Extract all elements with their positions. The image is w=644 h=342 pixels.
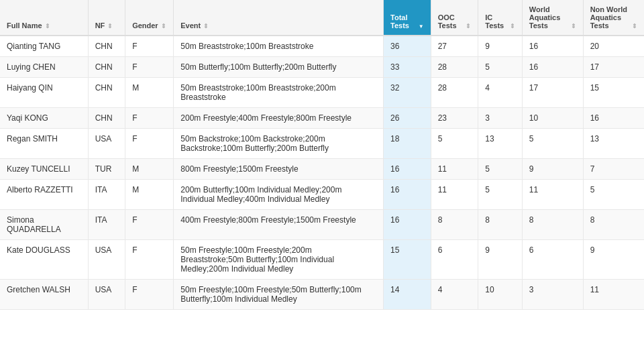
cell-gender: F <box>125 129 174 159</box>
cell-fullname: Alberto RAZZETTI <box>0 180 88 210</box>
cell-wa: 17 <box>522 78 583 108</box>
cell-wa: 11 <box>522 180 583 210</box>
sort-icon-ic <box>510 23 515 30</box>
cell-total: 16 <box>384 159 431 180</box>
col-header-wa[interactable]: World Aquatics Tests <box>522 0 583 36</box>
cell-fullname: Gretchen WALSH <box>0 280 88 310</box>
sort-icon-total <box>419 24 424 30</box>
cell-wa: 16 <box>522 36 583 57</box>
cell-event: 50m Freestyle;100m Freestyle;200m Breast… <box>174 240 384 280</box>
col-header-nonwa[interactable]: Non World Aquatics Tests <box>583 0 644 36</box>
table-row: Kate DOUGLASSUSAF50m Freestyle;100m Free… <box>0 240 644 280</box>
col-header-ic[interactable]: IC Tests <box>478 0 523 36</box>
col-label-total: Total Tests <box>390 13 416 30</box>
cell-ooc: 23 <box>431 108 478 129</box>
cell-wa: 8 <box>522 210 583 240</box>
cell-event: 50m Freestyle;100m Freestyle;50m Butterf… <box>174 280 384 310</box>
table-row: Alberto RAZZETTIITAM200m Butterfly;100m … <box>0 180 644 210</box>
col-header-nf[interactable]: NF <box>88 0 125 36</box>
table-header-row: Full Name NF Gender <box>0 0 644 36</box>
col-label-wa: World Aquatics Tests <box>529 5 568 30</box>
cell-nonwa: 8 <box>583 210 644 240</box>
table-row: Kuzey TUNCELLITURM800m Freestyle;1500m F… <box>0 159 644 180</box>
col-header-total[interactable]: Total Tests <box>384 0 431 36</box>
table-row: Regan SMITHUSAF50m Backstroke;100m Backs… <box>0 129 644 159</box>
cell-fullname: Simona QUADARELLA <box>0 210 88 240</box>
table-row: Simona QUADARELLAITAF400m Freestyle;800m… <box>0 210 644 240</box>
cell-fullname: Regan SMITH <box>0 129 88 159</box>
cell-gender: F <box>125 210 174 240</box>
table-body: Qianting TANGCHNF50m Breaststroke;100m B… <box>0 36 644 310</box>
cell-gender: M <box>125 180 174 210</box>
cell-ic: 5 <box>478 159 523 180</box>
sort-icon-ooc <box>466 23 471 30</box>
col-header-gender[interactable]: Gender <box>125 0 174 36</box>
col-header-fullname[interactable]: Full Name <box>0 0 88 36</box>
cell-ic: 5 <box>478 57 523 78</box>
cell-wa: 5 <box>522 129 583 159</box>
cell-event: 50m Breaststroke;100m Breaststroke <box>174 36 384 57</box>
cell-total: 33 <box>384 57 431 78</box>
table-row: Qianting TANGCHNF50m Breaststroke;100m B… <box>0 36 644 57</box>
col-label-gender: Gender <box>132 21 158 30</box>
cell-nonwa: 7 <box>583 159 644 180</box>
cell-gender: M <box>125 159 174 180</box>
cell-fullname: Luying CHEN <box>0 57 88 78</box>
col-label-event: Event <box>180 21 201 30</box>
cell-nf: USA <box>88 129 125 159</box>
sort-icon-event <box>203 23 209 30</box>
cell-ooc: 28 <box>431 78 478 108</box>
cell-ic: 8 <box>478 210 523 240</box>
cell-nonwa: 9 <box>583 240 644 280</box>
sort-icon-fullname <box>45 23 50 30</box>
cell-event: 200m Butterfly;100m Individual Medley;20… <box>174 180 384 210</box>
cell-ooc: 4 <box>431 280 478 310</box>
col-label-nf: NF <box>95 21 105 30</box>
cell-nf: CHN <box>88 57 125 78</box>
cell-gender: M <box>125 78 174 108</box>
cell-gender: F <box>125 57 174 78</box>
cell-ic: 5 <box>478 180 523 210</box>
cell-ooc: 11 <box>431 159 478 180</box>
sort-icon-nonwa <box>632 23 637 30</box>
cell-event: 50m Backstroke;100m Backstroke;200m Back… <box>174 129 384 159</box>
cell-wa: 6 <box>522 240 583 280</box>
cell-fullname: Kate DOUGLASS <box>0 240 88 280</box>
cell-nonwa: 13 <box>583 129 644 159</box>
cell-ic: 4 <box>478 78 523 108</box>
cell-wa: 3 <box>522 280 583 310</box>
cell-nonwa: 17 <box>583 57 644 78</box>
cell-nf: USA <box>88 240 125 280</box>
cell-gender: F <box>125 280 174 310</box>
col-label-nonwa: Non World Aquatics Tests <box>590 5 629 30</box>
cell-total: 16 <box>384 210 431 240</box>
cell-total: 18 <box>384 129 431 159</box>
cell-ooc: 27 <box>431 36 478 57</box>
col-header-event[interactable]: Event <box>174 0 384 36</box>
cell-total: 36 <box>384 36 431 57</box>
cell-wa: 16 <box>522 57 583 78</box>
main-table-container: Full Name NF Gender <box>0 0 644 310</box>
cell-nonwa: 5 <box>583 180 644 210</box>
athletes-table: Full Name NF Gender <box>0 0 644 310</box>
cell-total: 15 <box>384 240 431 280</box>
cell-wa: 10 <box>522 108 583 129</box>
cell-ic: 10 <box>478 280 523 310</box>
table-row: Luying CHENCHNF50m Butterfly;100m Butter… <box>0 57 644 78</box>
cell-ic: 13 <box>478 129 523 159</box>
cell-ooc: 8 <box>431 210 478 240</box>
col-header-ooc[interactable]: OOC Tests <box>431 0 478 36</box>
cell-ic: 3 <box>478 108 523 129</box>
cell-nonwa: 16 <box>583 108 644 129</box>
cell-total: 14 <box>384 280 431 310</box>
cell-fullname: Kuzey TUNCELLI <box>0 159 88 180</box>
cell-event: 50m Breaststroke;100m Breaststroke;200m … <box>174 78 384 108</box>
cell-fullname: Qianting TANG <box>0 36 88 57</box>
cell-nonwa: 15 <box>583 78 644 108</box>
cell-event: 50m Butterfly;100m Butterfly;200m Butter… <box>174 57 384 78</box>
cell-ooc: 11 <box>431 180 478 210</box>
cell-total: 16 <box>384 180 431 210</box>
cell-nf: CHN <box>88 78 125 108</box>
cell-fullname: Haiyang QIN <box>0 78 88 108</box>
table-row: Yaqi KONGCHNF200m Freestyle;400m Freesty… <box>0 108 644 129</box>
